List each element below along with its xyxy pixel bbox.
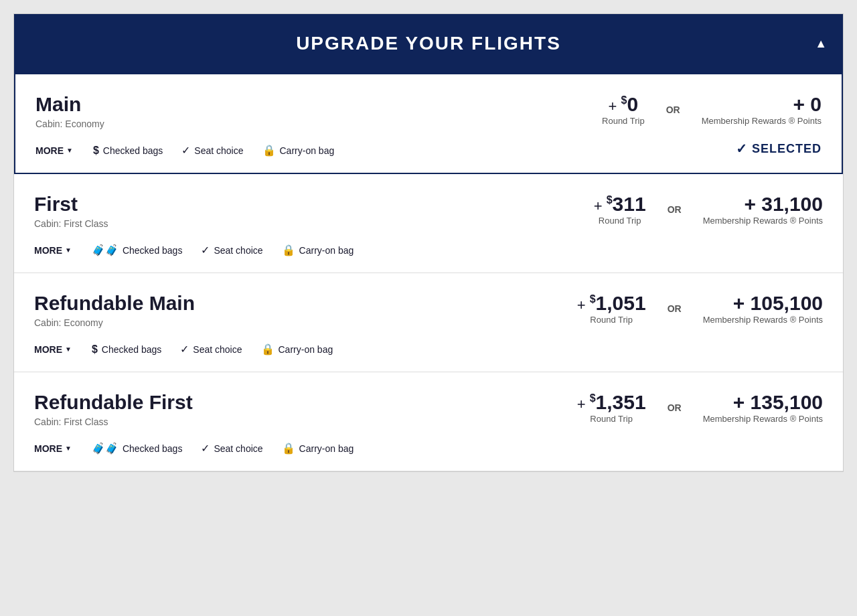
feature-carry-on-bag: 🔒 Carry-on bag — [261, 343, 333, 356]
feature-label: Checked bags — [102, 344, 162, 355]
dollar-icon: $ — [93, 145, 99, 157]
fare-cabin: Cabin: First Class — [34, 218, 108, 229]
feature-checked-bags: 🧳🧳 Checked bags — [92, 244, 183, 256]
collapse-icon[interactable]: ▲ — [815, 37, 827, 51]
feature-label: Carry-on bag — [299, 245, 354, 256]
fare-card-main[interactable]: Main Cabin: Economy + $0 Round Trip OR +… — [14, 73, 843, 174]
fare-price-amount: + $0 — [602, 93, 645, 116]
fare-pricing: + $1,051 Round Trip OR + 105,100 Members… — [577, 292, 823, 325]
fare-points: + 31,100 Membership Rewards ® Points — [703, 193, 823, 226]
fare-bottom: MORE ▼ $ Checked bags ✓ Seat choice 🔒 Ca… — [35, 144, 822, 157]
price-dollar: $ — [607, 194, 613, 206]
fare-info: Main Cabin: Economy — [35, 93, 104, 129]
fare-price-amount: + $1,051 — [577, 292, 646, 315]
fare-points-amount: + 135,100 — [703, 391, 823, 414]
more-button[interactable]: MORE ▼ — [34, 443, 72, 454]
selected-text: SELECTED — [752, 142, 822, 156]
fare-cabin: Cabin: First Class — [34, 416, 193, 427]
fare-price: + $311 Round Trip — [594, 193, 646, 226]
more-button[interactable]: MORE ▼ — [35, 145, 73, 156]
or-divider: OR — [662, 204, 687, 215]
feature-checked-bags: $ Checked bags — [93, 145, 163, 157]
fare-top: First Cabin: First Class + $311 Round Tr… — [34, 193, 823, 229]
feature-label: Seat choice — [214, 443, 262, 454]
fare-price: + $0 Round Trip — [602, 93, 645, 126]
fare-card-refundable-first[interactable]: Refundable First Cabin: First Class + $1… — [14, 372, 843, 471]
bags-icon: 🧳🧳 — [92, 244, 119, 256]
fare-points-amount: + 0 — [702, 93, 822, 116]
more-label: MORE — [34, 344, 62, 355]
check-icon: ✓ — [201, 244, 210, 256]
feature-label: Checked bags — [103, 145, 163, 156]
fare-bottom: MORE ▼ $ Checked bags ✓ Seat choice 🔒 Ca… — [34, 343, 823, 356]
fare-bottom: MORE ▼ 🧳🧳 Checked bags ✓ Seat choice 🔒 C… — [34, 244, 823, 256]
more-button[interactable]: MORE ▼ — [34, 344, 72, 355]
check-icon: ✓ — [201, 442, 210, 455]
price-dollar: $ — [621, 94, 627, 106]
fare-points-label: Membership Rewards ® Points — [702, 116, 822, 126]
feature-seat-choice: ✓ Seat choice — [201, 442, 262, 455]
check-icon: ✓ — [180, 343, 189, 356]
feature-checked-bags: 🧳🧳 Checked bags — [92, 442, 183, 455]
feature-seat-choice: ✓ Seat choice — [180, 343, 242, 356]
fare-card-refundable-main[interactable]: Refundable Main Cabin: Economy + $1,051 … — [14, 273, 843, 372]
header-title: UPGRADE YOUR FLIGHTS — [296, 33, 561, 54]
dropdown-arrow-icon: ▼ — [65, 246, 72, 254]
bag-icon: 🔒 — [282, 442, 295, 455]
feature-label: Checked bags — [123, 245, 183, 256]
price-plus: + — [577, 396, 590, 412]
fare-info: First Cabin: First Class — [34, 193, 108, 229]
fare-cabin: Cabin: Economy — [35, 119, 104, 129]
fare-info: Refundable First Cabin: First Class — [34, 391, 193, 427]
bag-icon: 🔒 — [262, 144, 276, 157]
check-icon: ✓ — [181, 144, 190, 157]
or-divider: OR — [662, 402, 687, 413]
bag-icon: 🔒 — [261, 343, 275, 356]
fare-pricing: + $0 Round Trip OR + 0 Membership Reward… — [602, 93, 822, 126]
fare-name: Refundable Main — [34, 292, 195, 315]
fare-pricing: + $311 Round Trip OR + 31,100 Membership… — [594, 193, 823, 226]
feature-carry-on-bag: 🔒 Carry-on bag — [262, 144, 335, 157]
fare-price-label: Round Trip — [602, 116, 645, 126]
feature-label: Seat choice — [193, 344, 242, 355]
bags-icon: 🧳🧳 — [92, 442, 119, 455]
dropdown-arrow-icon: ▼ — [65, 345, 72, 353]
more-button[interactable]: MORE ▼ — [34, 245, 72, 256]
more-label: MORE — [34, 245, 62, 256]
fare-points-label: Membership Rewards ® Points — [703, 414, 823, 424]
fare-card-first[interactable]: First Cabin: First Class + $311 Round Tr… — [14, 174, 843, 273]
or-divider: OR — [662, 303, 687, 314]
bag-icon: 🔒 — [282, 244, 295, 256]
dropdown-arrow-icon: ▼ — [65, 445, 72, 452]
feature-label: Checked bags — [123, 443, 183, 454]
dollar-icon: $ — [92, 343, 98, 356]
fare-cabin: Cabin: Economy — [34, 317, 195, 328]
fare-points-label: Membership Rewards ® Points — [703, 216, 823, 226]
feature-label: Seat choice — [214, 245, 262, 256]
fare-name: Main — [35, 93, 104, 116]
feature-seat-choice: ✓ Seat choice — [181, 144, 243, 157]
fare-points-amount: + 105,100 — [703, 292, 823, 315]
price-plus: + — [577, 297, 590, 313]
fare-name: First — [34, 193, 108, 216]
upgrade-flights-container: UPGRADE YOUR FLIGHTS ▲ Main Cabin: Econo… — [13, 13, 844, 472]
fare-points-amount: + 31,100 — [703, 193, 823, 216]
fare-price-amount: + $1,351 — [577, 391, 646, 414]
feature-label: Carry-on bag — [280, 145, 335, 156]
more-label: MORE — [35, 145, 64, 156]
fare-price-label: Round Trip — [577, 315, 646, 325]
fare-info: Refundable Main Cabin: Economy — [34, 292, 195, 328]
fare-points-label: Membership Rewards ® Points — [703, 315, 823, 325]
feature-carry-on-bag: 🔒 Carry-on bag — [282, 244, 354, 256]
fare-bottom: MORE ▼ 🧳🧳 Checked bags ✓ Seat choice 🔒 C… — [34, 442, 823, 455]
fare-price-label: Round Trip — [577, 414, 646, 424]
dropdown-arrow-icon: ▼ — [66, 147, 73, 154]
fare-top: Refundable Main Cabin: Economy + $1,051 … — [34, 292, 823, 328]
feature-label: Carry-on bag — [279, 344, 333, 355]
fare-points: + 0 Membership Rewards ® Points — [702, 93, 822, 126]
fare-name: Refundable First — [34, 391, 193, 414]
price-plus: + — [594, 198, 607, 214]
fare-top: Main Cabin: Economy + $0 Round Trip OR +… — [35, 93, 822, 129]
selected-badge: ✓ SELECTED — [736, 141, 822, 157]
header: UPGRADE YOUR FLIGHTS ▲ — [14, 14, 843, 73]
